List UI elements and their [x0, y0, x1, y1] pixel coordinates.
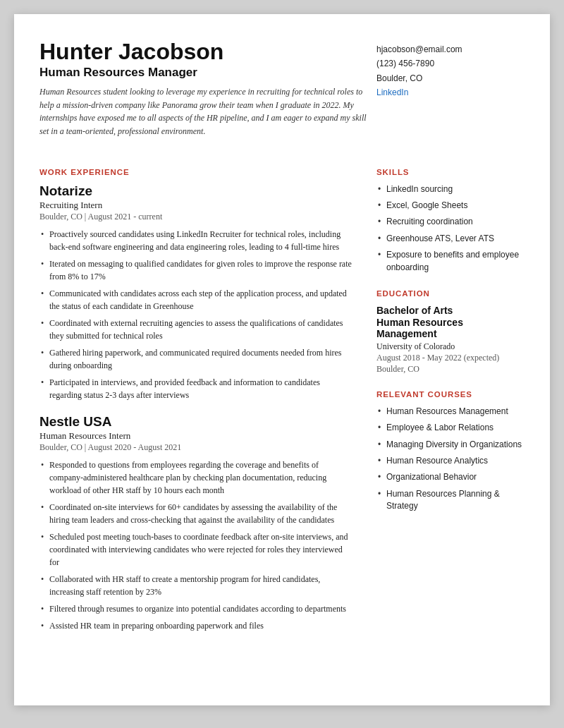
resume-document: Hunter Jacobson Human Resources Manager … [14, 14, 550, 705]
skill-item: Recruiting coordination [376, 216, 525, 228]
candidate-summary: Human Resources student looking to lever… [39, 85, 376, 138]
course-item: Human Resource Analytics [376, 455, 525, 467]
bullet-item: Assisted HR team in preparing onboarding… [39, 619, 354, 632]
job-title-notarize: Recruiting Intern [39, 200, 354, 211]
bullet-item: Responded to questions from employees re… [39, 459, 354, 497]
contact-section: hjacobson@email.com (123) 456-7890 Bould… [376, 40, 525, 117]
contact-email: hjacobson@email.com [376, 42, 525, 56]
bullet-item: Communicated with candidates across each… [39, 287, 354, 313]
course-item: Human Resources Management [376, 406, 525, 418]
skills-section-title: SKILLS [376, 168, 525, 176]
contact-phone: (123) 456-7890 [376, 56, 525, 71]
course-item: Employee & Labor Relations [376, 422, 525, 434]
job-notarize: Notarize Recruiting Intern Boulder, CO |… [39, 183, 354, 401]
skill-item: LinkedIn sourcing [376, 183, 525, 195]
right-column: SKILLS LinkedIn sourcing Excel, Google S… [376, 152, 525, 645]
skill-item: Greenhouse ATS, Lever ATS [376, 233, 525, 245]
bullet-item: Iterated on messaging to qualified candi… [39, 257, 354, 283]
job-nestle: Nestle USA Human Resources Intern Boulde… [39, 414, 354, 632]
contact-location: Boulder, CO [376, 71, 525, 85]
education-section-title: EDUCATION [376, 289, 525, 298]
contact-info: hjacobson@email.com (123) 456-7890 Bould… [376, 42, 525, 100]
job-title-nestle: Human Resources Intern [39, 430, 354, 442]
edu-dates: August 2018 - May 2022 (expected) [376, 353, 525, 363]
bullet-item: Participated in interviews, and provided… [39, 376, 354, 401]
course-item: Managing Diversity in Organizations [376, 439, 525, 451]
course-item: Organizational Behavior [376, 471, 525, 483]
left-column: WORK EXPERIENCE Notarize Recruiting Inte… [39, 152, 354, 645]
bullet-item: Coordinated on-site interviews for 60+ c… [39, 501, 354, 526]
job-bullets-nestle: Responded to questions from employees re… [39, 459, 354, 632]
skill-item: Excel, Google Sheets [376, 200, 525, 212]
job-bullets-notarize: Proactively sourced candidates using Lin… [39, 228, 354, 401]
bullet-item: Gathered hiring paperwork, and communica… [39, 346, 354, 372]
skill-item: Exposure to benefits and employee onboar… [376, 249, 525, 274]
courses-section-title: RELEVANT COURSES [376, 390, 525, 399]
course-item: Human Resources Planning & Strategy [376, 488, 525, 513]
candidate-title: Human Resources Manager [39, 66, 376, 80]
bullet-item: Proactively sourced candidates using Lin… [39, 228, 354, 253]
bullet-item: Collaborated with HR staff to create a m… [39, 573, 354, 598]
skills-list: LinkedIn sourcing Excel, Google Sheets R… [376, 183, 525, 274]
candidate-name: Hunter Jacobson [39, 40, 376, 64]
edu-field: Human Resources Management [376, 317, 525, 339]
bullet-item: Coordinated with external recruiting age… [39, 317, 354, 342]
job-company-notarize: Notarize [39, 183, 354, 199]
courses-list: Human Resources Management Employee & La… [376, 406, 525, 513]
job-location-notarize: Boulder, CO | August 2021 - current [39, 212, 354, 222]
job-company-nestle: Nestle USA [39, 414, 354, 430]
job-location-nestle: Boulder, CO | August 2020 - August 2021 [39, 442, 354, 453]
linkedin-link[interactable]: LinkedIn [376, 87, 408, 97]
bullet-item: Filtered through resumes to organize int… [39, 602, 354, 615]
edu-location: Boulder, CO [376, 364, 525, 375]
header-section: Hunter Jacobson Human Resources Manager … [39, 40, 525, 138]
bullet-item: Scheduled post meeting touch-bases to co… [39, 530, 354, 569]
edu-university: University of Colorado [376, 341, 525, 352]
edu-degree: Bachelor of Arts [376, 305, 525, 316]
main-layout: WORK EXPERIENCE Notarize Recruiting Inte… [39, 152, 525, 645]
work-experience-section-title: WORK EXPERIENCE [39, 168, 354, 176]
header-left: Hunter Jacobson Human Resources Manager … [39, 40, 376, 138]
